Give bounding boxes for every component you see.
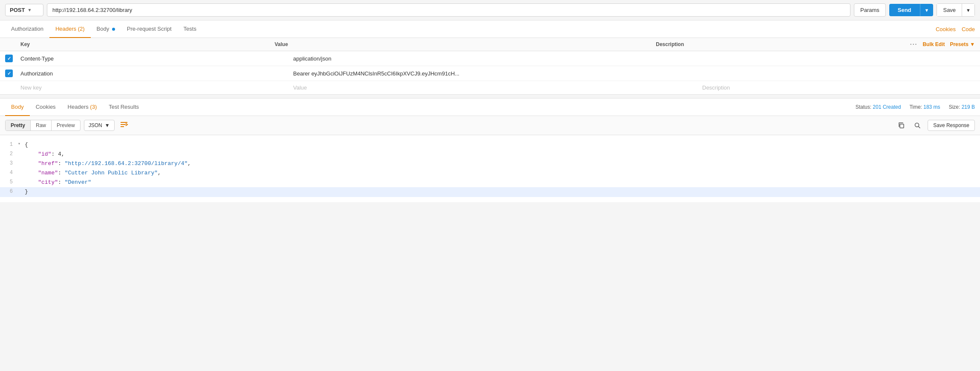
wrap-icon[interactable] xyxy=(120,121,129,130)
resp-body-toolbar: Pretty Raw Preview JSON ▼ xyxy=(0,116,980,135)
body-dot xyxy=(112,28,115,31)
row1-key[interactable]: Content-Type xyxy=(20,55,293,62)
save-response-button[interactable]: Save Response xyxy=(928,120,975,131)
format-tabs: Pretty Raw Preview xyxy=(5,120,81,131)
header-row: ✓ Content-Type application/json xyxy=(0,51,980,66)
tab-tests[interactable]: Tests xyxy=(178,20,202,38)
resp-tab-test-results[interactable]: Test Results xyxy=(103,99,145,116)
send-btn-group: Send ▼ xyxy=(889,4,934,16)
resp-headers-badge: (3) xyxy=(90,104,97,110)
language-chevron-icon: ▼ xyxy=(105,122,110,128)
json-line: 4 "name": "Cutter John Public Library", xyxy=(0,168,980,178)
new-key-placeholder[interactable]: New key xyxy=(20,84,293,91)
size-value: 219 B xyxy=(962,104,975,110)
row2-checkmark-icon: ✓ xyxy=(7,71,11,76)
status-label: Status: 201 Created xyxy=(856,104,901,110)
line-toggle xyxy=(18,159,25,168)
line-content: "name": "Cutter John Public Library", xyxy=(25,168,980,178)
tab-pre-request-script[interactable]: Pre-request Script xyxy=(121,20,178,38)
svg-rect-3 xyxy=(900,124,904,128)
line-toggle xyxy=(18,178,25,187)
row1-value[interactable]: application/json xyxy=(293,55,702,62)
key-col-header: Key xyxy=(20,41,275,47)
desc-col-header: Description xyxy=(656,41,910,47)
method-chevron-icon: ▼ xyxy=(27,8,32,12)
line-toggle xyxy=(18,168,25,178)
json-line: 1 ▾ { xyxy=(0,140,980,150)
copy-icon[interactable] xyxy=(895,119,907,131)
method-select[interactable]: POST ▼ xyxy=(5,4,43,16)
line-toggle xyxy=(18,187,25,197)
params-button[interactable]: Params xyxy=(854,3,886,17)
line-content: "id": 4, xyxy=(25,150,980,159)
top-bar: POST ▼ Params Send ▼ Save ▼ xyxy=(0,0,980,20)
method-label: POST xyxy=(10,7,25,13)
row2-value[interactable]: Bearer eyJhbGciOiJFUzM4NClsInR5cCI6IkpXV… xyxy=(293,70,702,77)
response-tabs-bar: Body Cookies Headers (3) Test Results St… xyxy=(0,99,980,116)
row1-checkbox[interactable]: ✓ xyxy=(5,55,13,62)
headers-badge: (2) xyxy=(78,26,85,32)
time-label: Time: 183 ms xyxy=(909,104,940,110)
header-row-placeholder: New key Value Description xyxy=(0,81,980,94)
more-options-icon[interactable]: ··· xyxy=(910,41,918,48)
svg-line-5 xyxy=(919,127,920,128)
time-value: 183 ms xyxy=(923,104,940,110)
new-description-placeholder[interactable]: Description xyxy=(702,84,975,91)
row1-checkmark-icon: ✓ xyxy=(7,56,11,61)
req-tabs-right: Cookies Code xyxy=(936,26,975,32)
json-line: 6 } xyxy=(0,187,980,197)
request-tabs: Authorization Headers (2) Body Pre-reque… xyxy=(0,20,980,38)
row2-check-col: ✓ xyxy=(5,70,20,77)
format-tab-preview[interactable]: Preview xyxy=(52,120,80,130)
json-line: 3 "href": "http://192.168.64.2:32700/lib… xyxy=(0,159,980,168)
presets-button[interactable]: Presets ▼ xyxy=(950,41,975,47)
resp-tab-body[interactable]: Body xyxy=(5,99,30,116)
json-line: 2 "id": 4, xyxy=(0,150,980,159)
headers-table: Key Value Description ··· Bulk Edit Pres… xyxy=(0,38,980,95)
line-content: "href": "http://192.168.64.2:32700/libra… xyxy=(25,159,980,168)
save-button[interactable]: Save xyxy=(937,3,962,17)
code-link[interactable]: Code xyxy=(962,26,975,32)
bulk-edit-button[interactable]: Bulk Edit xyxy=(922,41,945,47)
value-col-header: Value xyxy=(275,41,656,47)
size-label: Size: 219 B xyxy=(949,104,975,110)
response-section: Body Cookies Headers (3) Test Results St… xyxy=(0,98,980,202)
save-chevron-button[interactable]: ▼ xyxy=(962,3,975,17)
line-num: 6 xyxy=(0,187,18,197)
format-tab-raw[interactable]: Raw xyxy=(31,120,52,130)
line-toggle[interactable]: ▾ xyxy=(18,140,25,150)
resp-tab-cookies[interactable]: Cookies xyxy=(30,99,62,116)
new-value-placeholder[interactable]: Value xyxy=(293,84,702,91)
status-value: 201 Created xyxy=(873,104,901,110)
line-num: 3 xyxy=(0,159,18,168)
resp-meta: Status: 201 Created Time: 183 ms Size: 2… xyxy=(856,104,975,110)
line-num: 2 xyxy=(0,150,18,159)
tab-headers[interactable]: Headers (2) xyxy=(49,20,91,38)
line-toggle xyxy=(18,150,25,159)
line-content: { xyxy=(25,140,980,150)
format-tab-pretty[interactable]: Pretty xyxy=(6,120,31,130)
language-label: JSON xyxy=(89,122,102,128)
send-button[interactable]: Send xyxy=(889,4,920,16)
row1-check-col: ✓ xyxy=(5,55,20,62)
tab-authorization[interactable]: Authorization xyxy=(5,20,49,38)
language-select[interactable]: JSON ▼ xyxy=(84,120,115,131)
col-actions: ··· Bulk Edit Presets ▼ xyxy=(910,41,975,48)
row2-key[interactable]: Authorization xyxy=(20,70,293,77)
line-num: 5 xyxy=(0,178,18,187)
header-row: ✓ Authorization Bearer eyJhbGciOiJFUzM4N… xyxy=(0,66,980,81)
line-content: "city": "Denver" xyxy=(25,178,980,187)
json-line: 5 "city": "Denver" xyxy=(0,178,980,187)
line-content: } xyxy=(25,187,980,197)
cookies-link[interactable]: Cookies xyxy=(936,26,956,32)
send-chevron-button[interactable]: ▼ xyxy=(920,4,934,16)
resp-right-tools: Save Response xyxy=(895,119,975,131)
json-viewer: 1 ▾ { 2 "id": 4, 3 "href": "http://192.1… xyxy=(0,135,980,202)
tab-body[interactable]: Body xyxy=(91,20,121,38)
row2-checkbox[interactable]: ✓ xyxy=(5,70,13,77)
search-icon[interactable] xyxy=(911,119,923,131)
save-btn-group: Save ▼ xyxy=(937,3,975,17)
url-input[interactable] xyxy=(47,3,850,17)
line-num: 4 xyxy=(0,168,18,178)
resp-tab-headers[interactable]: Headers (3) xyxy=(62,99,103,116)
